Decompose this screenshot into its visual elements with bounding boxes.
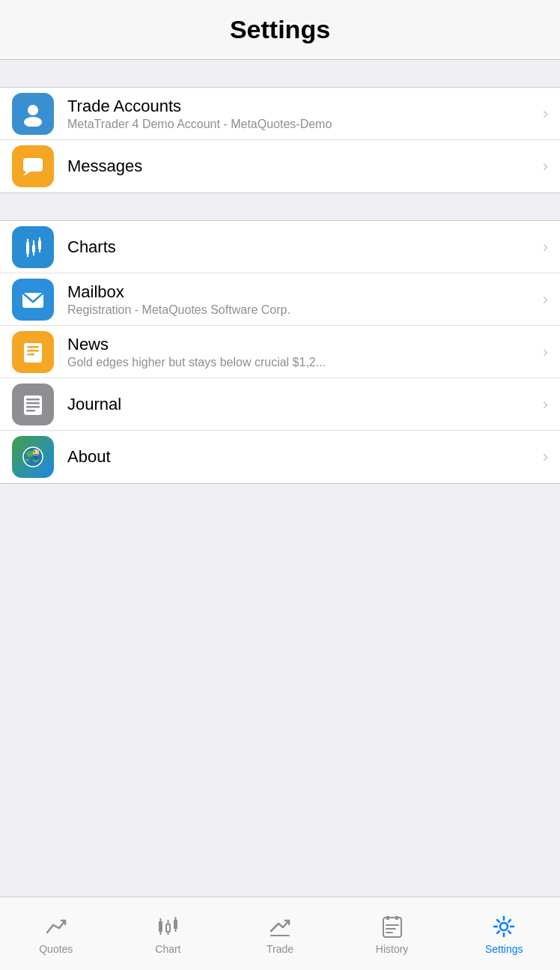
mail-icon xyxy=(20,287,46,312)
quotes-tab-label: Quotes xyxy=(39,943,73,955)
svg-point-0 xyxy=(28,105,38,115)
about-label: About xyxy=(67,447,537,467)
mailbox-text: Mailbox Registration - MetaQuotes Softwa… xyxy=(67,282,537,317)
book-icon xyxy=(20,339,46,365)
quotes-icon xyxy=(44,915,68,939)
messages-icon-wrap xyxy=(12,145,54,187)
svg-rect-14 xyxy=(24,343,42,363)
trade-tab-label: Trade xyxy=(267,943,293,955)
page-header: Settings xyxy=(0,0,560,60)
svg-rect-19 xyxy=(26,398,40,401)
tab-item-settings[interactable]: Settings xyxy=(448,897,560,970)
mailbox-chevron: › xyxy=(543,290,548,309)
list-item-messages[interactable]: Messages › xyxy=(0,140,560,193)
chart-icon xyxy=(155,915,180,938)
svg-rect-34 xyxy=(159,921,162,932)
section-tools: Charts › Mailbox Registration - MetaQuot… xyxy=(0,220,560,484)
svg-line-31 xyxy=(47,925,53,933)
trade-accounts-icon-wrap xyxy=(12,93,54,135)
svg-rect-16 xyxy=(27,350,39,352)
section-accounts: Trade Accounts MetaTrader 4 Demo Account… xyxy=(0,87,560,193)
news-sublabel: Gold edges higher but stays below crucia… xyxy=(67,356,537,369)
tab-item-history[interactable]: History xyxy=(336,897,448,970)
svg-rect-20 xyxy=(26,402,40,404)
history-icon xyxy=(380,915,404,939)
journal-icon-wrap xyxy=(12,384,54,425)
svg-rect-48 xyxy=(386,916,389,920)
settings-tab-label: Settings xyxy=(485,943,523,955)
svg-rect-18 xyxy=(24,395,42,415)
svg-rect-2 xyxy=(23,158,43,172)
mailbox-icon-wrap xyxy=(12,279,54,321)
candlestick-icon xyxy=(20,234,46,260)
tab-item-chart[interactable]: Chart xyxy=(112,897,225,970)
trade-accounts-text: Trade Accounts MetaTrader 4 Demo Account… xyxy=(67,97,537,131)
chart-tab-label: Chart xyxy=(155,943,180,955)
svg-rect-22 xyxy=(26,410,35,412)
messages-chevron: › xyxy=(543,157,548,176)
svg-rect-4 xyxy=(26,242,29,254)
svg-rect-17 xyxy=(27,354,34,356)
charts-chevron: › xyxy=(543,237,548,257)
svg-line-61 xyxy=(497,931,499,933)
list-item-about[interactable]: About › xyxy=(0,431,560,483)
charts-text: Charts xyxy=(67,237,537,257)
journal-text: Journal xyxy=(67,395,537,414)
person-icon xyxy=(20,101,46,127)
svg-line-32 xyxy=(53,925,59,928)
svg-marker-3 xyxy=(23,172,31,176)
svg-rect-21 xyxy=(26,406,40,408)
svg-rect-15 xyxy=(27,346,39,348)
news-chevron: › xyxy=(543,342,548,362)
section-gap-middle xyxy=(0,193,560,220)
news-icon-wrap xyxy=(12,331,54,373)
mailbox-label: Mailbox xyxy=(67,282,537,302)
news-text: News Gold edges higher but stays below c… xyxy=(67,335,537,369)
svg-point-53 xyxy=(500,923,508,930)
tab-bar: Quotes Chart xyxy=(0,897,560,970)
svg-line-43 xyxy=(271,924,279,931)
list-item-news[interactable]: News Gold edges higher but stays below c… xyxy=(0,326,560,378)
about-icon-wrap xyxy=(12,436,54,478)
svg-point-30 xyxy=(33,455,39,460)
mailbox-sublabel: Registration - MetaQuotes Software Corp. xyxy=(67,303,537,317)
tab-item-quotes[interactable]: Quotes xyxy=(0,897,112,970)
svg-point-27 xyxy=(25,458,29,461)
svg-rect-49 xyxy=(395,916,398,920)
charts-icon-wrap xyxy=(12,226,54,268)
about-chevron: › xyxy=(543,447,548,467)
page-title: Settings xyxy=(230,15,330,44)
svg-rect-37 xyxy=(166,924,170,932)
history-tab-label: History xyxy=(376,943,409,955)
svg-rect-47 xyxy=(383,918,401,937)
svg-rect-10 xyxy=(38,240,41,249)
history-tab-icon xyxy=(379,913,406,940)
svg-rect-40 xyxy=(174,920,177,929)
main-content: Settings Trade Accounts MetaTrader 4 Dem… xyxy=(0,0,560,897)
trade-tab-icon xyxy=(267,913,293,940)
trade-accounts-chevron: › xyxy=(543,104,548,124)
charts-label: Charts xyxy=(67,237,537,257)
svg-line-59 xyxy=(508,931,511,933)
journal-chevron: › xyxy=(543,395,548,414)
list-item-mailbox[interactable]: Mailbox Registration - MetaQuotes Softwa… xyxy=(0,273,560,326)
section-gap-top xyxy=(0,60,560,87)
list-item-charts[interactable]: Charts › xyxy=(0,221,560,273)
trade-icon xyxy=(268,915,292,939)
journal-icon xyxy=(20,392,46,417)
svg-line-60 xyxy=(508,920,511,922)
about-text: About xyxy=(67,447,537,467)
svg-rect-7 xyxy=(32,245,35,252)
settings-tab-icon xyxy=(490,913,517,940)
chart-tab-icon xyxy=(154,913,181,940)
trade-accounts-sublabel: MetaTrader 4 Demo Account - MetaQuotes-D… xyxy=(67,118,537,131)
list-item-journal[interactable]: Journal › xyxy=(0,378,560,431)
news-label: News xyxy=(67,335,537,354)
svg-point-1 xyxy=(24,117,42,127)
tab-item-trade[interactable]: Trade xyxy=(224,897,336,970)
svg-point-29 xyxy=(34,451,35,452)
quotes-tab-icon xyxy=(43,913,70,940)
list-item-trade-accounts[interactable]: Trade Accounts MetaTrader 4 Demo Account… xyxy=(0,88,560,140)
globe-icon xyxy=(19,443,46,470)
messages-label: Messages xyxy=(67,157,537,176)
